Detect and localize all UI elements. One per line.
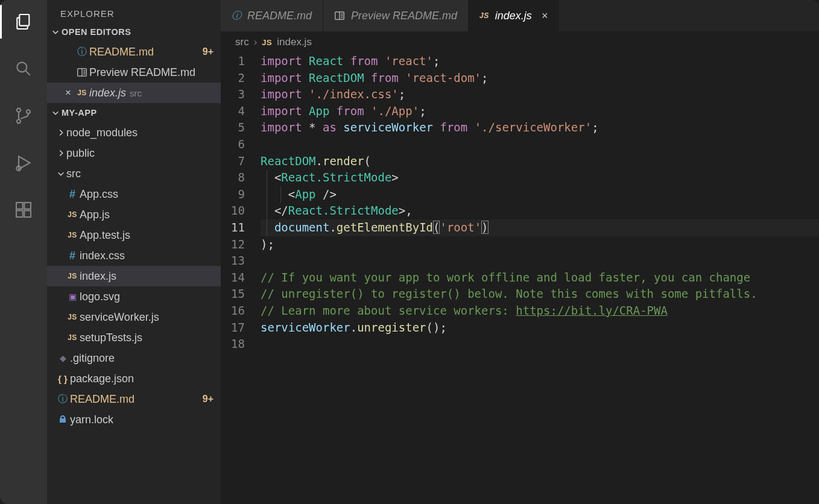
svg-line-2 [25,71,30,75]
code-line[interactable]: import App from './App'; [261,103,819,120]
file-item[interactable]: ⓘREADME.md9+ [47,389,221,409]
file-item[interactable]: #App.css [47,184,221,204]
editor-group: ⓘREADME.mdPreview README.mdJSindex.js× s… [221,0,819,504]
chevron-right-icon [55,128,66,137]
code-line[interactable]: import './index.css'; [261,86,819,103]
code-line[interactable]: <React.StrictMode> [261,169,819,186]
svg-point-3 [17,109,21,112]
code-line[interactable]: ReactDOM.render( [261,153,819,170]
open-editors-header[interactable]: OPEN EDITORS [47,24,221,40]
file-label: serviceWorker.js [80,311,159,324]
file-label: logo.svg [80,291,120,303]
line-number: 6 [221,136,245,153]
code-line[interactable]: document.getElementById('root') [261,219,819,236]
file-label: node_modules [66,127,138,139]
file-item[interactable]: 🔒︎yarn.lock [47,409,221,430]
braces-icon: { } [58,374,68,384]
file-item[interactable]: JSApp.js [47,204,221,225]
file-item[interactable]: JSApp.test.js [47,225,221,245]
code-line[interactable]: ); [261,236,819,253]
line-number: 17 [221,320,245,336]
close-icon[interactable]: × [542,10,548,22]
file-label: Preview README.md [89,66,195,79]
project-header[interactable]: MY-APP [47,104,221,121]
file-label: README.md [70,393,134,406]
file-item[interactable]: ▣logo.svg [47,286,221,307]
open-editor-item[interactable]: Preview README.md [47,62,221,83]
folder-item[interactable]: src [47,163,221,184]
open-editor-item[interactable]: ⓘREADME.md9+ [47,42,221,62]
folder-item[interactable]: node_modules [47,122,221,143]
svg-point-1 [17,62,27,72]
code-line[interactable]: import * as serviceWorker from './servic… [261,119,819,136]
line-number-gutter: 123456789101112131415161718 [221,53,261,504]
code-content[interactable]: import React from 'react';import ReactDO… [261,53,819,504]
code-line[interactable]: import ReactDOM from 'react-dom'; [261,70,819,87]
code-line[interactable]: // If you want your app to work offline … [261,269,819,286]
extensions-icon [14,200,33,219]
breadcrumb-part[interactable]: src [235,36,249,48]
editor-tab[interactable]: Preview README.md [323,0,469,31]
code-line[interactable]: serviceWorker.unregister(); [261,320,819,336]
file-item[interactable]: { }package.json [47,368,221,389]
file-label: README.md [89,46,154,58]
file-item[interactable]: JSindex.js [47,266,221,286]
js-icon: JS [479,11,489,20]
breadcrumb-part[interactable]: index.js [277,36,312,48]
file-item[interactable]: JSsetupTests.js [47,327,221,348]
open-editor-item[interactable]: ×JSindex.jssrc [47,83,221,103]
info-icon: ⓘ [77,46,87,58]
code-line[interactable] [261,336,819,353]
breadcrumb[interactable]: src › JS index.js [221,31,819,52]
activity-explorer[interactable] [0,8,47,35]
dirty-badge: 9+ [203,46,213,57]
js-icon: JS [68,272,77,280]
code-line[interactable]: import React from 'react'; [261,53,819,70]
close-icon[interactable]: × [62,87,75,99]
folder-item[interactable]: public [47,143,221,163]
js-icon: JS [68,313,77,321]
code-line[interactable]: // Learn more about service workers: htt… [261,303,819,320]
code-line[interactable]: <App /> [261,186,819,203]
diamond-icon: ◆ [60,353,66,363]
code-editor[interactable]: 123456789101112131415161718 import React… [221,52,819,504]
code-line[interactable]: </React.StrictMode>, [261,203,819,219]
file-item[interactable]: JSserviceWorker.js [47,307,221,327]
svg-rect-8 [16,210,23,217]
preview-icon [77,67,87,78]
activity-debug[interactable] [0,150,47,176]
sidebar-title: EXPLORER [47,0,221,24]
info-icon: ⓘ [232,10,241,22]
code-line[interactable] [261,136,819,153]
svg-point-4 [17,119,21,123]
line-number: 15 [221,286,245,303]
js-icon: JS [77,89,87,97]
line-number: 2 [221,70,245,87]
activity-extensions[interactable] [0,197,47,223]
line-number: 1 [221,53,245,70]
files-icon [14,12,33,31]
code-line[interactable]: // unregister() to register() below. Not… [261,286,819,303]
line-number: 7 [221,153,245,170]
hash-icon: # [69,250,75,262]
file-item[interactable]: #index.css [47,245,221,266]
editor-tab[interactable]: ⓘREADME.md [221,0,323,31]
js-icon: JS [68,210,77,219]
open-editors-list: ⓘREADME.md9+Preview README.md×JSindex.js… [47,40,221,104]
branch-icon [14,106,33,125]
image-icon: ▣ [69,292,77,301]
line-number: 3 [221,86,245,103]
file-item[interactable]: ◆.gitignore [47,348,221,368]
code-line[interactable] [261,253,819,269]
file-label: App.test.js [80,229,130,242]
activity-source-control[interactable] [0,102,47,129]
editor-tab[interactable]: JSindex.js× [469,0,559,31]
activity-search[interactable] [0,55,47,82]
line-number: 18 [221,336,245,353]
info-icon: ⓘ [58,393,68,406]
file-label: App.css [80,188,118,201]
editor-tabs: ⓘREADME.mdPreview README.mdJSindex.js× [221,0,819,31]
chevron-right-icon [55,149,66,157]
tab-label: index.js [495,10,532,22]
js-icon: JS [68,333,77,342]
